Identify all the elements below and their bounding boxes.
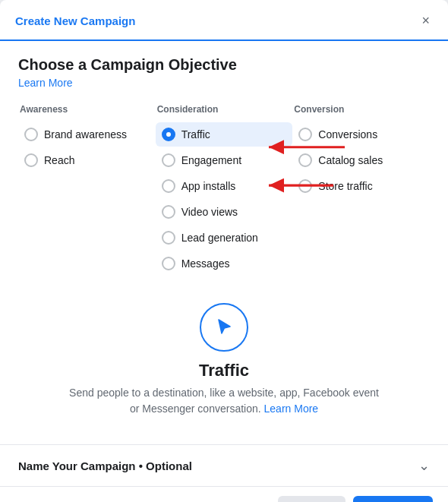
option-messages[interactable]: Messages	[156, 251, 293, 276]
option-catalog-sales[interactable]: Catalog sales	[292, 148, 430, 172]
chevron-down-icon: ⌄	[418, 457, 430, 474]
consideration-column: Consideration Traffic Engagement App ins…	[156, 104, 293, 277]
option-engagement[interactable]: Engagement	[156, 148, 293, 172]
option-app-installs[interactable]: App installs	[156, 174, 293, 198]
option-label-catalog-sales: Catalog sales	[318, 154, 383, 166]
radio-app-installs	[162, 179, 175, 193]
modal-title: Create New Campaign	[15, 14, 135, 27]
radio-engagement	[162, 153, 175, 167]
objectives-grid: Awareness Brand awareness Reach Consider…	[18, 104, 430, 277]
option-label-lead-generation: Lead generation	[181, 232, 258, 244]
option-label-video-views: Video views	[181, 206, 238, 218]
option-conversions[interactable]: Conversions	[292, 122, 430, 147]
radio-traffic	[162, 128, 175, 141]
conversion-column: Conversion Conversions Catalog sales Sto…	[292, 104, 430, 277]
continue-button[interactable]: Continue	[353, 496, 433, 502]
option-reach[interactable]: Reach	[18, 148, 156, 172]
selected-objective-name: Traffic	[199, 361, 249, 380]
header-learn-more-link[interactable]: Learn More	[18, 77, 430, 89]
option-label-reach: Reach	[44, 154, 74, 166]
cursor-icon	[213, 317, 235, 338]
option-store-traffic[interactable]: Store traffic	[292, 174, 430, 198]
option-label-store-traffic: Store traffic	[318, 180, 372, 192]
option-traffic[interactable]: Traffic	[156, 122, 293, 147]
option-label-app-installs: App installs	[181, 180, 236, 192]
radio-catalog-sales	[298, 153, 312, 167]
option-label-traffic: Traffic	[181, 128, 210, 140]
option-label-engagement: Engagement	[181, 154, 241, 166]
selected-objective-section: Traffic Send people to a destination, li…	[18, 303, 430, 417]
name-campaign-label: Name Your Campaign • Optional	[18, 459, 192, 472]
option-label-conversions: Conversions	[318, 128, 377, 140]
cancel-button[interactable]: Cancel	[278, 496, 345, 502]
name-campaign-section[interactable]: Name Your Campaign • Optional ⌄	[0, 444, 448, 486]
radio-video-views	[162, 205, 175, 219]
radio-reach	[24, 153, 38, 167]
consideration-column-header: Consideration	[156, 104, 293, 115]
radio-store-traffic	[298, 179, 312, 193]
radio-lead-generation	[162, 231, 175, 245]
close-button[interactable]: ×	[418, 11, 433, 30]
option-video-views[interactable]: Video views	[156, 200, 293, 224]
objectives-wrapper: Awareness Brand awareness Reach Consider…	[18, 104, 430, 295]
conversion-column-header: Conversion	[292, 104, 430, 115]
selected-objective-description: Send people to a destination, like a web…	[65, 385, 383, 417]
modal-body: Choose a Campaign Objective Learn More A…	[0, 41, 448, 444]
modal-footer: Cancel Continue	[0, 486, 448, 502]
option-brand-awareness[interactable]: Brand awareness	[18, 122, 156, 147]
awareness-column: Awareness Brand awareness Reach	[18, 104, 156, 277]
radio-messages	[162, 257, 175, 270]
objective-desc-text: Send people to a destination, like a web…	[69, 387, 379, 415]
option-label-brand-awareness: Brand awareness	[44, 128, 127, 140]
option-lead-generation[interactable]: Lead generation	[156, 226, 293, 250]
option-label-messages: Messages	[181, 257, 230, 270]
radio-conversions	[298, 128, 312, 141]
create-campaign-modal: Create New Campaign × Choose a Campaign …	[0, 0, 448, 502]
objective-learn-more-link[interactable]: Learn More	[264, 401, 319, 417]
awareness-column-header: Awareness	[18, 104, 156, 115]
radio-brand-awareness	[24, 128, 38, 141]
traffic-icon-circle	[200, 303, 248, 352]
section-title: Choose a Campaign Objective	[18, 56, 430, 74]
modal-header: Create New Campaign ×	[0, 0, 448, 41]
